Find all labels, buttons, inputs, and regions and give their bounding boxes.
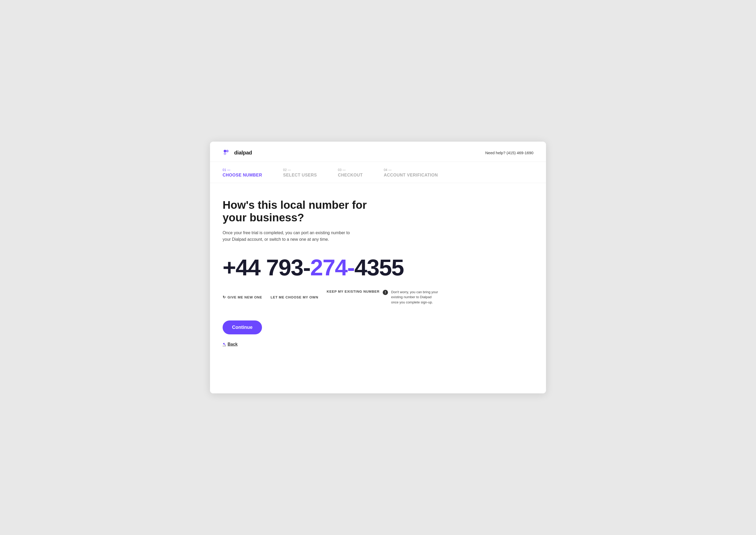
give-new-one-button[interactable]: ↻ GIVE ME NEW ONE: [223, 295, 262, 299]
tooltip-text: Don't worry, you can bring your existing…: [391, 290, 438, 305]
keep-existing-section: KEEP MY EXISTING NUMBER ! Don't worry, y…: [327, 290, 438, 305]
steps-nav: 01 — CHOOSE NUMBER 02 — SELECT USERS 03 …: [210, 162, 546, 183]
back-button[interactable]: ↖ Back: [223, 342, 238, 347]
choose-own-button[interactable]: LET ME CHOOSE MY OWN: [271, 295, 318, 299]
info-icon[interactable]: !: [383, 290, 388, 295]
logo-text: dialpad: [234, 150, 252, 156]
step-select-users[interactable]: 02 — SELECT USERS: [283, 168, 317, 178]
step-3-label: CHECKOUT: [338, 173, 363, 178]
logo-icon: [223, 149, 232, 156]
step-1-num: 01 —: [223, 168, 262, 172]
step-choose-number[interactable]: 01 — CHOOSE NUMBER: [223, 168, 262, 178]
back-arrow-icon: ↖: [223, 342, 226, 347]
step-1-label: CHOOSE NUMBER: [223, 173, 262, 178]
step-4-label: ACCOUNT VERIFICATION: [384, 173, 438, 178]
step-account-verification[interactable]: 04 — ACCOUNT VERIFICATION: [384, 168, 438, 178]
svg-point-2: [224, 153, 226, 155]
continue-button[interactable]: Continue: [223, 321, 262, 334]
logo: dialpad: [223, 149, 252, 156]
app-window: dialpad Need help? (415) 469-1690 01 — C…: [210, 142, 546, 393]
phone-number-display: +44 793- 274- 4355: [223, 256, 533, 279]
help-section: Need help? (415) 469-1690: [485, 151, 533, 155]
step-3-num: 03 —: [338, 168, 363, 172]
page-headline: How's this local number for your busines…: [223, 199, 380, 224]
keep-existing-button[interactable]: KEEP MY EXISTING NUMBER: [327, 290, 379, 294]
phone-end: 4355: [354, 256, 404, 279]
phone-highlight: 274-: [310, 256, 354, 279]
step-2-num: 02 —: [283, 168, 317, 172]
header: dialpad Need help? (415) 469-1690: [210, 142, 546, 162]
step-checkout[interactable]: 03 — CHECKOUT: [338, 168, 363, 178]
step-2-label: SELECT USERS: [283, 173, 317, 178]
step-4-num: 04 —: [384, 168, 438, 172]
svg-point-0: [224, 150, 226, 153]
svg-point-1: [226, 150, 228, 153]
actions-row: ↻ GIVE ME NEW ONE LET ME CHOOSE MY OWN K…: [223, 290, 533, 305]
main-content: How's this local number for your busines…: [210, 183, 546, 393]
page-subtext: Once your free trial is completed, you c…: [223, 230, 359, 243]
refresh-icon: ↻: [223, 295, 226, 299]
phone-prefix: +44 793-: [223, 256, 310, 279]
